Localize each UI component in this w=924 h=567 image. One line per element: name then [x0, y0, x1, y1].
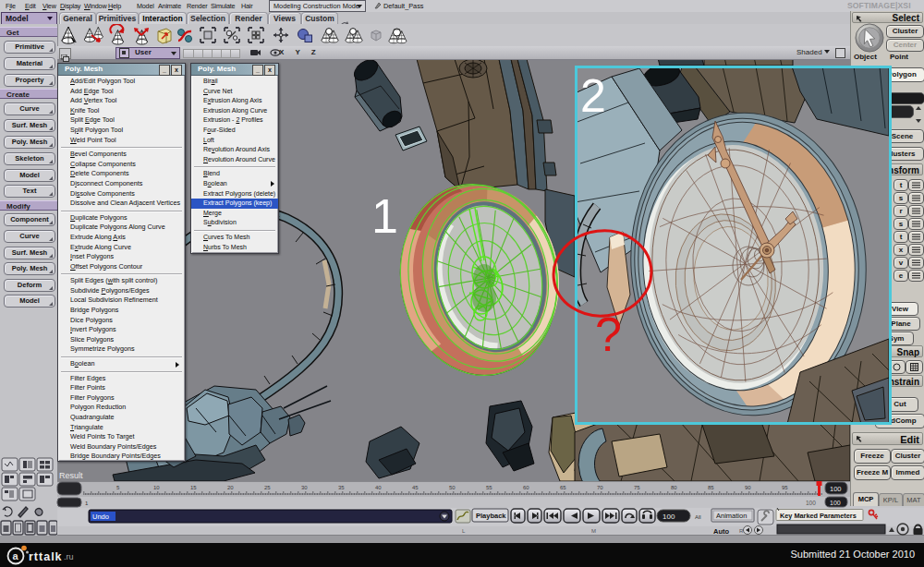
svg-text:M: M — [591, 528, 596, 534]
svg-text:25: 25 — [264, 485, 271, 490]
svg-text:35: 35 — [338, 485, 345, 490]
svg-text:15: 15 — [190, 485, 197, 490]
svg-text:60: 60 — [523, 485, 529, 490]
svg-text:rttalk: rttalk — [29, 550, 63, 563]
svg-text:55: 55 — [486, 485, 492, 490]
svg-text:100: 100 — [663, 513, 675, 521]
svg-text:Undo: Undo — [92, 513, 109, 521]
svg-text:10: 10 — [153, 485, 160, 490]
svg-text:65: 65 — [560, 485, 566, 490]
svg-text:Animation: Animation — [716, 512, 747, 520]
svg-text:Auto: Auto — [713, 527, 729, 536]
svg-text:30: 30 — [301, 485, 308, 490]
svg-text:100: 100 — [830, 485, 842, 493]
svg-text:Key Marked Parameters: Key Marked Parameters — [780, 512, 857, 520]
svg-text:75: 75 — [634, 485, 640, 490]
svg-text:100: 100 — [806, 500, 816, 506]
svg-text:R: R — [739, 528, 744, 534]
svg-text:45: 45 — [412, 485, 419, 490]
svg-text:a: a — [13, 550, 19, 561]
svg-text:70: 70 — [597, 485, 603, 490]
svg-text:50: 50 — [449, 485, 456, 490]
svg-text:20: 20 — [227, 485, 234, 490]
svg-text:85: 85 — [708, 485, 714, 490]
svg-text:40: 40 — [375, 485, 382, 490]
svg-text:.ru: .ru — [64, 552, 74, 561]
svg-text:95: 95 — [782, 485, 788, 490]
svg-text:80: 80 — [671, 485, 677, 490]
svg-text:100: 100 — [830, 500, 841, 506]
svg-text:Playback: Playback — [476, 512, 506, 520]
svg-text:All: All — [695, 514, 701, 520]
svg-text:Result: Result — [59, 471, 83, 480]
svg-text:90: 90 — [745, 485, 751, 490]
